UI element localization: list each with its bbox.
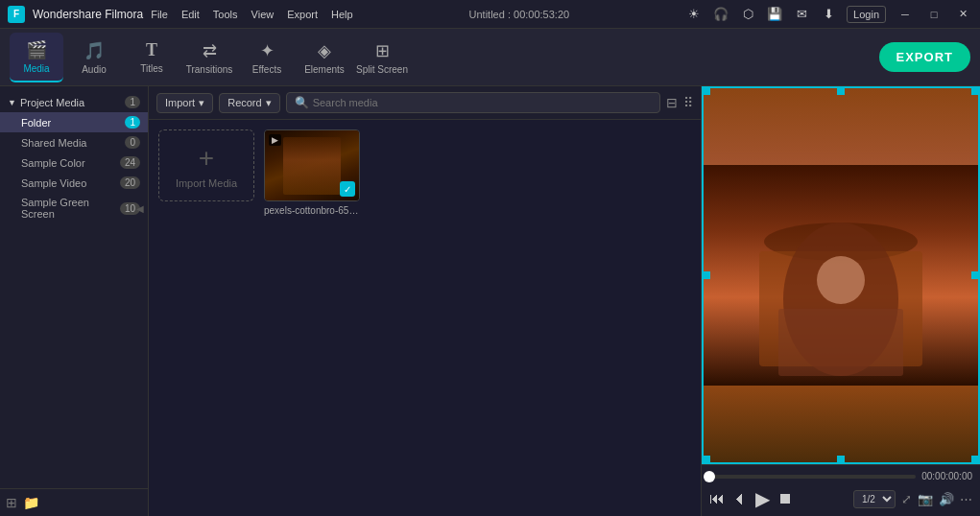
title-bar-menu: File Edit Tools View Export Help: [151, 9, 352, 20]
tab-split-screen[interactable]: ⊞ Split Screen: [355, 33, 409, 82]
more-icon[interactable]: ⋯: [960, 492, 972, 506]
search-input[interactable]: [313, 97, 652, 108]
preview-video: [702, 86, 980, 464]
tab-audio[interactable]: 🎵 Audio: [67, 33, 121, 82]
play-back-button[interactable]: ⏴: [732, 490, 748, 507]
effects-icon: ✦: [260, 40, 275, 61]
import-label: Import: [165, 97, 195, 108]
split-icon: ⊞: [375, 40, 390, 61]
record-icon[interactable]: ⬡: [739, 6, 756, 23]
main-area: ▼ Project Media 1 Folder 1 Shared Media …: [0, 86, 980, 516]
thumbnail-label: pexels-cottonbro-65938...: [264, 205, 360, 216]
menu-export[interactable]: Export: [287, 9, 318, 20]
import-media-label: Import Media: [176, 177, 237, 189]
folder-item[interactable]: Folder 1: [0, 112, 148, 132]
progress-bar[interactable]: [709, 475, 916, 479]
new-folder-button[interactable]: ⊞: [6, 495, 17, 510]
tab-audio-label: Audio: [82, 64, 107, 75]
save-icon[interactable]: 💾: [766, 6, 783, 23]
import-chevron-icon: ▾: [199, 97, 204, 109]
menu-tools[interactable]: Tools: [213, 9, 238, 20]
title-bar: F Wondershare Filmora File Edit Tools Vi…: [0, 0, 980, 29]
media-thumbnail-item[interactable]: ▶ ✓ pexels-cottonbro-65938...: [264, 129, 360, 216]
tab-split-label: Split Screen: [356, 64, 408, 75]
title-bar-left: F Wondershare Filmora File Edit Tools Vi…: [8, 6, 353, 23]
download-icon[interactable]: ⬇: [820, 6, 837, 23]
menu-file[interactable]: File: [151, 9, 168, 20]
brightness-icon[interactable]: ☀: [685, 6, 703, 23]
filter-icon[interactable]: ⊟: [666, 95, 678, 110]
tab-media[interactable]: 🎬 Media: [10, 33, 63, 82]
thumb-check: ✓: [340, 181, 355, 197]
export-button[interactable]: EXPORT: [879, 42, 970, 72]
left-panel-bottom: ⊞ 📁: [0, 488, 148, 516]
app-logo: F: [8, 6, 25, 23]
close-button[interactable]: ✕: [953, 5, 972, 24]
grid-icon[interactable]: ⠿: [683, 95, 693, 110]
step-back-button[interactable]: ⏮: [709, 490, 725, 507]
preview-time: 00:00:00:00: [921, 471, 972, 481]
preview-svg: [702, 86, 980, 464]
tab-effects[interactable]: ✦ Effects: [240, 33, 294, 82]
folder-label: Folder: [21, 117, 51, 129]
tab-titles[interactable]: T Titles: [125, 33, 179, 82]
plus-icon: +: [199, 143, 214, 174]
thumbnail-image: ▶ ✓: [264, 129, 360, 201]
snapshot-icon[interactable]: 📷: [918, 492, 933, 506]
minimize-button[interactable]: ─: [896, 5, 915, 24]
tab-effects-label: Effects: [252, 64, 281, 75]
login-button[interactable]: Login: [847, 6, 886, 23]
maximize-button[interactable]: □: [924, 5, 944, 24]
menu-view[interactable]: View: [251, 9, 275, 20]
fullscreen-icon[interactable]: ⤢: [901, 492, 912, 506]
right-panel: 00:00:00:00 ⏮ ⏴ ▶ ⏹ 1/2 1/1 2x ⤢ 📷: [702, 86, 980, 516]
toolbar: 🎬 Media 🎵 Audio T Titles ⇄ Transitions ✦…: [0, 29, 980, 86]
search-icon: 🔍: [295, 96, 309, 109]
tab-elements-label: Elements: [304, 64, 345, 75]
record-label: Record: [227, 97, 261, 108]
media-toolbar: Import ▾ Record ▾ 🔍 ⊟ ⠿: [149, 86, 701, 120]
volume-icon[interactable]: 🔊: [939, 492, 954, 506]
sample-green-screen-label: Sample Green Screen: [21, 197, 120, 220]
audio-icon: 🎵: [84, 40, 105, 61]
sample-color-label: Sample Color: [21, 157, 85, 169]
shared-media-label: Shared Media: [21, 137, 87, 149]
media-grid: + Import Media ▶ ✓ pexels-cottonbro-6593…: [149, 120, 701, 516]
sample-video-badge: 20: [120, 176, 140, 189]
import-media-button[interactable]: + Import Media: [158, 129, 254, 201]
sample-green-screen-item[interactable]: Sample Green Screen 10 ◀: [0, 193, 148, 223]
menu-help[interactable]: Help: [331, 9, 353, 20]
headphone-icon[interactable]: 🎧: [712, 6, 729, 23]
tab-transitions[interactable]: ⇄ Transitions: [182, 33, 236, 82]
search-box: 🔍: [286, 92, 660, 113]
record-dropdown[interactable]: Record ▾: [219, 93, 279, 113]
media-tree: ▼ Project Media 1 Folder 1 Shared Media …: [0, 86, 148, 488]
project-media-header[interactable]: ▼ Project Media 1: [0, 92, 148, 112]
tab-titles-label: Titles: [140, 63, 163, 74]
progress-thumb: [704, 471, 715, 482]
sample-color-badge: 24: [120, 156, 140, 169]
import-dropdown[interactable]: Import ▾: [156, 93, 213, 113]
sample-video-item[interactable]: Sample Video 20: [0, 173, 148, 193]
sample-color-item[interactable]: Sample Color 24: [0, 152, 148, 173]
project-media-arrow: ▼: [8, 98, 16, 107]
playback-right: 1/2 1/1 2x ⤢ 📷 🔊 ⋯: [853, 490, 972, 508]
stop-button[interactable]: ⏹: [777, 490, 793, 507]
project-media-section: ▼ Project Media 1 Folder 1: [0, 92, 148, 132]
playback-controls: ⏮ ⏴ ▶ ⏹ 1/2 1/1 2x ⤢ 📷 🔊 ⋯: [709, 487, 972, 510]
shared-media-item[interactable]: Shared Media 0: [0, 132, 148, 152]
record-chevron-icon: ▾: [266, 97, 272, 109]
project-media-label: Project Media: [20, 97, 84, 108]
svg-point-4: [817, 256, 865, 304]
folder-badge: 1: [125, 116, 140, 129]
email-icon[interactable]: ✉: [793, 6, 810, 23]
preview-controls: 00:00:00:00 ⏮ ⏴ ▶ ⏹ 1/2 1/1 2x ⤢ 📷: [702, 464, 980, 516]
tab-transitions-label: Transitions: [186, 64, 233, 75]
center-panel: Import ▾ Record ▾ 🔍 ⊟ ⠿ + Import Media: [149, 86, 702, 516]
tab-elements[interactable]: ◈ Elements: [298, 33, 351, 82]
play-button[interactable]: ▶: [755, 487, 770, 510]
speed-selector[interactable]: 1/2 1/1 2x: [853, 490, 896, 508]
title-bar-right: ☀ 🎧 ⬡ 💾 ✉ ⬇ Login ─ □ ✕: [685, 5, 972, 24]
folder-button[interactable]: 📁: [23, 495, 39, 510]
menu-edit[interactable]: Edit: [181, 9, 200, 20]
